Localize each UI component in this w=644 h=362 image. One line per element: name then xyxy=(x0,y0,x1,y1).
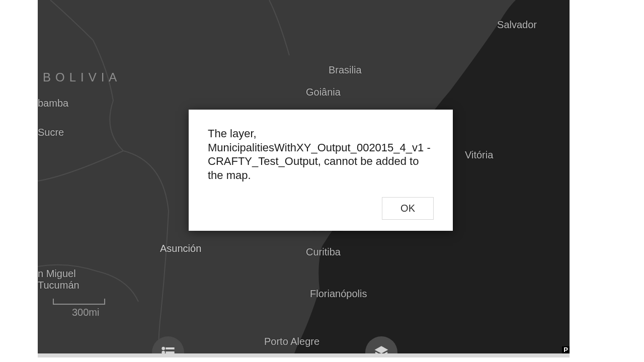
dialog-message: The layer, MunicipalitiesWithXY_Output_0… xyxy=(208,127,434,182)
scale-bar-line xyxy=(53,299,105,305)
scale-bar-label: 300mi xyxy=(72,307,105,318)
ok-button[interactable]: OK xyxy=(382,197,434,220)
svg-rect-1 xyxy=(166,348,174,349)
error-dialog: The layer, MunicipalitiesWithXY_Output_0… xyxy=(189,110,453,231)
bullet-list-icon xyxy=(160,344,176,353)
bottom-strip xyxy=(38,353,570,357)
dialog-actions: OK xyxy=(208,197,434,220)
svg-point-0 xyxy=(162,347,165,349)
map-canvas[interactable]: BOLIVIA Salvador Brasilia Goiânia bamba … xyxy=(38,0,570,353)
scale-bar: 300mi xyxy=(53,299,105,318)
attribution-fragment: P xyxy=(562,346,570,353)
layers-icon xyxy=(373,344,389,353)
svg-rect-3 xyxy=(166,352,174,353)
page-root: BOLIVIA Salvador Brasilia Goiânia bamba … xyxy=(0,0,644,362)
